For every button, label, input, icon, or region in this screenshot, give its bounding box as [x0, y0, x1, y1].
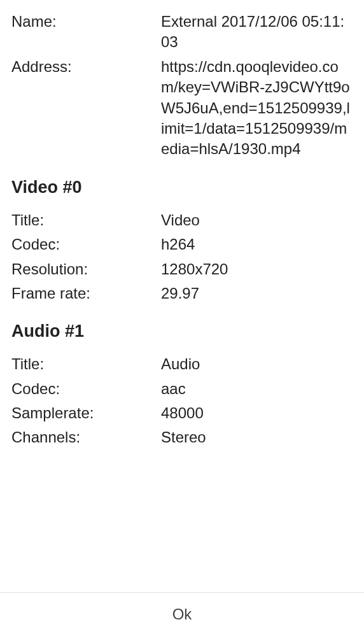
audio-samplerate-row: Samplerate: 48000	[11, 403, 353, 423]
name-label: Name:	[11, 11, 161, 53]
address-label: Address:	[11, 57, 161, 160]
audio-channels-value: Stereo	[161, 427, 353, 448]
address-value: https://cdn.qooqlevideo.com/key=VWiBR-zJ…	[161, 57, 353, 160]
video-resolution-value: 1280x720	[161, 259, 353, 279]
video-title-value: Video	[161, 210, 353, 230]
audio-codec-value: aac	[161, 379, 353, 399]
dialog-footer: Ok	[0, 592, 364, 636]
audio-channels-row: Channels: Stereo	[11, 427, 353, 448]
video-framerate-value: 29.97	[161, 283, 353, 304]
audio-samplerate-value: 48000	[161, 403, 353, 423]
audio-codec-row: Codec: aac	[11, 379, 353, 399]
video-framerate-row: Frame rate: 29.97	[11, 283, 353, 304]
video-codec-value: h264	[161, 234, 353, 255]
video-codec-row: Codec: h264	[11, 234, 353, 255]
video-title-row: Title: Video	[11, 210, 353, 230]
address-row: Address: https://cdn.qooqlevideo.com/key…	[11, 57, 353, 160]
video-framerate-label: Frame rate:	[11, 283, 161, 304]
video-codec-label: Codec:	[11, 234, 161, 255]
video-title-label: Title:	[11, 210, 161, 230]
name-row: Name: External 2017/12/06 05:11:03	[11, 11, 353, 53]
audio-channels-label: Channels:	[11, 427, 161, 448]
name-value: External 2017/12/06 05:11:03	[161, 11, 353, 53]
audio-title-label: Title:	[11, 354, 161, 374]
video-resolution-label: Resolution:	[11, 259, 161, 279]
ok-button[interactable]: Ok	[0, 593, 364, 636]
media-info-content: Name: External 2017/12/06 05:11:03 Addre…	[0, 0, 364, 592]
video-section-title: Video #0	[11, 178, 353, 197]
audio-section-title: Audio #1	[11, 322, 353, 341]
audio-codec-label: Codec:	[11, 379, 161, 399]
video-resolution-row: Resolution: 1280x720	[11, 259, 353, 279]
audio-title-value: Audio	[161, 354, 353, 374]
audio-samplerate-label: Samplerate:	[11, 403, 161, 423]
audio-title-row: Title: Audio	[11, 354, 353, 374]
